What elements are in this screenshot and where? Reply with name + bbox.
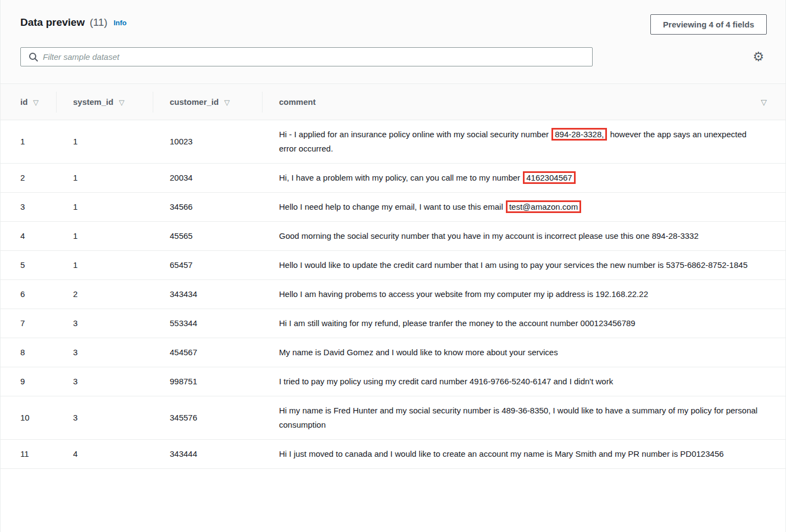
column-header-comment[interactable]: comment ▽ (263, 84, 785, 120)
comment-text: My name is David Gomez and I would like … (279, 348, 558, 357)
comment-text: Hi my name is Fred Hunter and my social … (279, 406, 757, 429)
table-row: 6 2 343434 Hello I am having probems to … (1, 280, 785, 309)
sort-icon: ▽ (224, 98, 230, 107)
gear-icon[interactable]: ⚙ (752, 51, 764, 63)
cell-comment: Hi, I have a problem with my policy, can… (263, 164, 785, 193)
table-header-row: id▽ system_id▽ customer_id▽ comment ▽ (1, 84, 785, 120)
cell-system-id: 1 (57, 251, 153, 280)
comment-text: Hello I need help to change my email, I … (279, 202, 505, 211)
cell-id: 2 (1, 164, 57, 193)
cell-comment: Hello I would like to update the credit … (263, 251, 785, 280)
column-header-id[interactable]: id▽ (1, 84, 57, 120)
cell-comment: My name is David Gomez and I would like … (263, 338, 785, 367)
comment-text: Good morning the social security number … (279, 231, 699, 240)
comment-text: I tried to pay my policy using my credit… (279, 377, 613, 386)
comment-text: Hello I would like to update the credit … (279, 260, 748, 270)
table-row: 8 3 454567 My name is David Gomez and I … (1, 338, 785, 367)
sort-icon: ▽ (33, 98, 38, 107)
cell-id: 8 (1, 338, 57, 367)
cell-customer-id: 65457 (153, 251, 263, 280)
column-header-customer-id[interactable]: customer_id▽ (153, 84, 263, 120)
cell-customer-id: 20034 (153, 164, 263, 193)
cell-customer-id: 34566 (153, 193, 263, 222)
table-row: 10 3 345576 Hi my name is Fred Hunter an… (1, 396, 785, 440)
cell-comment: Hi - I applied for an insurance policy o… (263, 120, 785, 164)
cell-id: 3 (1, 193, 57, 222)
cell-customer-id: 45565 (153, 222, 263, 251)
comment-text: Hello I am having probems to access your… (279, 289, 648, 299)
column-label: system_id (73, 97, 113, 107)
table-row: 5 1 65457 Hello I would like to update t… (1, 251, 785, 280)
title-row: Data preview (11) Info Previewing 4 of 4… (20, 14, 767, 35)
cell-system-id: 3 (57, 309, 153, 338)
table-row: 1 1 10023 Hi - I applied for an insuranc… (1, 120, 785, 164)
cell-comment: Hi my name is Fred Hunter and my social … (263, 396, 785, 440)
column-label: comment (279, 97, 316, 107)
cell-comment: Good morning the social security number … (263, 222, 785, 251)
search-icon (29, 52, 38, 62)
cell-system-id: 2 (57, 280, 153, 309)
cell-system-id: 3 (57, 396, 153, 440)
cell-customer-id: 553344 (153, 309, 263, 338)
cell-comment: Hello I am having probems to access your… (263, 280, 785, 309)
table-row: 2 1 20034 Hi, I have a problem with my p… (1, 164, 785, 193)
row-count-badge: (11) (90, 16, 107, 29)
previewing-fields-button[interactable]: Previewing 4 of 4 fields (650, 14, 767, 35)
comment-text: Hi I just moved to canada and I would li… (279, 449, 724, 458)
cell-id: 1 (1, 120, 57, 164)
cell-customer-id: 345576 (153, 396, 263, 440)
cell-customer-id: 343434 (153, 280, 263, 309)
cell-customer-id: 343444 (153, 440, 263, 469)
cell-system-id: 3 (57, 338, 153, 367)
table-row: 9 3 998751 I tried to pay my policy usin… (1, 367, 785, 396)
cell-customer-id: 998751 (153, 367, 263, 396)
header-sort-icon-right[interactable]: ▽ (761, 98, 767, 107)
cell-customer-id: 454567 (153, 338, 263, 367)
column-header-system-id[interactable]: system_id▽ (57, 84, 153, 120)
cell-id: 11 (1, 440, 57, 469)
cell-system-id: 1 (57, 120, 153, 164)
cell-customer-id: 10023 (153, 120, 263, 164)
info-link[interactable]: Info (114, 19, 127, 27)
cell-comment: Hi I just moved to canada and I would li… (263, 440, 785, 469)
cell-id: 10 (1, 396, 57, 440)
page-title: Data preview (20, 16, 85, 29)
cell-id: 5 (1, 251, 57, 280)
comment-text: Hi I am still waiting for my refund, ple… (279, 318, 636, 328)
comment-text: Hi, I have a problem with my policy, can… (279, 173, 522, 182)
table-row: 11 4 343444 Hi I just moved to canada an… (1, 440, 785, 469)
cell-comment: I tried to pay my policy using my credit… (263, 367, 785, 396)
cell-comment: Hi I am still waiting for my refund, ple… (263, 309, 785, 338)
pii-highlight-box: 894-28-3328, (551, 128, 607, 141)
cell-id: 7 (1, 309, 57, 338)
cell-comment: Hello I need help to change my email, I … (263, 193, 785, 222)
table-row: 4 1 45565 Good morning the social securi… (1, 222, 785, 251)
table-row: 3 1 34566 Hello I need help to change my… (1, 193, 785, 222)
data-preview-panel: Data preview (11) Info Previewing 4 of 4… (0, 0, 786, 532)
filter-search-box[interactable] (20, 47, 593, 66)
filter-input[interactable] (43, 52, 587, 61)
cell-system-id: 4 (57, 440, 153, 469)
cell-system-id: 1 (57, 222, 153, 251)
data-preview-table: id▽ system_id▽ customer_id▽ comment ▽ 1 … (1, 83, 785, 469)
table-body: 1 1 10023 Hi - I applied for an insuranc… (1, 120, 785, 469)
cell-system-id: 1 (57, 193, 153, 222)
cell-system-id: 1 (57, 164, 153, 193)
cell-id: 6 (1, 280, 57, 309)
column-label: customer_id (170, 97, 219, 107)
filter-row: ⚙ (20, 47, 767, 66)
panel-header: Data preview (11) Info Previewing 4 of 4… (1, 0, 785, 83)
table-row: 7 3 553344 Hi I am still waiting for my … (1, 309, 785, 338)
cell-id: 4 (1, 222, 57, 251)
comment-text: Hi - I applied for an insurance policy o… (279, 130, 551, 139)
cell-id: 9 (1, 367, 57, 396)
column-label: id (20, 97, 27, 107)
cell-system-id: 3 (57, 367, 153, 396)
title-group: Data preview (11) Info (20, 14, 126, 29)
pii-highlight-box: 4162304567 (523, 171, 575, 184)
sort-icon: ▽ (119, 98, 124, 107)
pii-highlight-box: test@amazon.com (506, 200, 581, 213)
